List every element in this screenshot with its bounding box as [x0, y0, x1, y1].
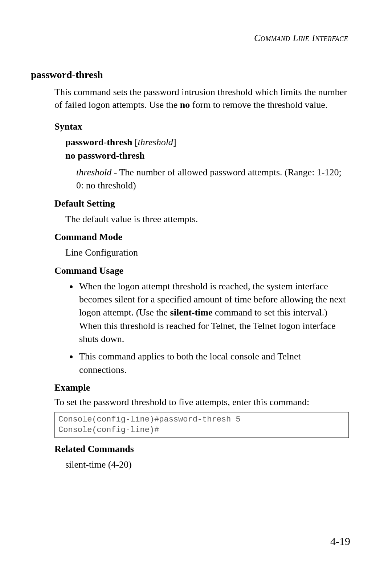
- syntax-cmd: password-thresh: [65, 137, 132, 147]
- param-description: threshold - The number of allowed passwo…: [76, 166, 350, 192]
- syntax-param: threshold: [138, 137, 173, 147]
- syntax-close-bracket: ]: [173, 137, 176, 147]
- related-heading: Related Commands: [54, 444, 350, 455]
- usage-heading: Command Usage: [54, 265, 350, 276]
- mode-text: Line Configuration: [65, 246, 350, 259]
- syntax-line-2: no password-thresh: [65, 149, 350, 162]
- syntax-open-bracket: [: [132, 137, 138, 147]
- intro-text-b: form to remove the threshold value.: [190, 99, 327, 110]
- param-desc-text: - The number of allowed password attempt…: [76, 167, 342, 191]
- related-text: silent-time (4-20): [65, 458, 350, 471]
- usage1-bold: silent-time: [170, 307, 213, 318]
- console-output: Console(config-line)#password-thresh 5 C…: [54, 412, 349, 438]
- syntax-line-1: password-thresh [threshold]: [65, 136, 350, 149]
- usage-item-1: When the logon attempt threshold is reac…: [78, 280, 350, 346]
- intro-no-word: no: [180, 99, 190, 110]
- usage-item-2: This command applies to both the local c…: [78, 350, 350, 376]
- command-title: password-thresh: [31, 69, 350, 81]
- running-header: Command Line Interface: [34, 33, 348, 44]
- page-container: Command Line Interface password-thresh T…: [0, 0, 392, 570]
- page-number: 4-19: [330, 535, 350, 547]
- param-name: threshold: [76, 167, 111, 178]
- syntax-no-cmd: no password-thresh: [65, 150, 144, 161]
- syntax-heading: Syntax: [54, 121, 350, 132]
- mode-heading: Command Mode: [54, 232, 350, 243]
- usage-list: When the logon attempt threshold is reac…: [65, 280, 350, 377]
- example-intro: To set the password threshold to five at…: [54, 397, 350, 408]
- intro-paragraph: This command sets the password intrusion…: [54, 86, 350, 111]
- example-heading: Example: [54, 382, 350, 393]
- default-heading: Default Setting: [54, 198, 350, 209]
- default-text: The default value is three attempts.: [65, 213, 350, 226]
